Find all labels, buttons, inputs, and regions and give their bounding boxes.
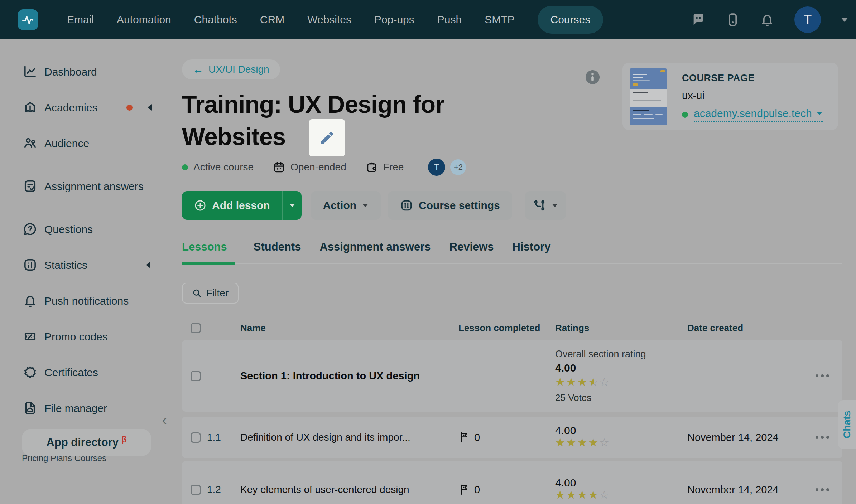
settings-sliders-icon <box>400 199 413 212</box>
status-active-label: Active course <box>193 161 254 173</box>
nav-menu: Email Automation Chatbots CRM Websites P… <box>67 6 603 34</box>
status-price-label: Free <box>383 161 404 173</box>
nav-item-chatbots[interactable]: Chatbots <box>194 14 237 26</box>
tab-students[interactable]: Students <box>254 241 301 263</box>
user-avatar[interactable]: T <box>794 6 821 33</box>
section-votes: 25 Votes <box>555 392 687 403</box>
chat-bubble-icon[interactable] <box>691 13 706 27</box>
chats-side-tab[interactable]: Chats <box>838 400 856 449</box>
status-badge-active: Active course <box>182 161 254 173</box>
tab-lessons[interactable]: Lessons <box>182 241 235 263</box>
alert-dot-badge <box>126 105 133 111</box>
sidebar-item-dashboard[interactable]: Dashboard <box>0 64 175 79</box>
lesson-completed-cell: 0 <box>458 484 555 496</box>
completed-count: 0 <box>474 432 480 444</box>
assignment-check-icon <box>23 179 37 193</box>
tab-history[interactable]: History <box>513 241 551 263</box>
nav-item-crm[interactable]: CRM <box>260 14 284 26</box>
notifications-bell-icon[interactable] <box>760 13 774 27</box>
file-cloud-icon <box>23 401 37 415</box>
flow-actions-dropdown-button[interactable] <box>525 191 566 220</box>
page-title: Training: UX Design for Websites <box>182 88 526 152</box>
course-page-thumbnail[interactable] <box>630 68 667 125</box>
mobile-phone-icon[interactable] <box>726 13 740 27</box>
nav-item-email[interactable]: Email <box>67 14 94 26</box>
lesson-number: 1.2 <box>207 484 240 495</box>
collapse-chevron-icon[interactable] <box>146 262 150 268</box>
sidebar-item-label: Audience <box>44 137 89 150</box>
action-label: Action <box>323 199 356 212</box>
sidebar-item-push-notifications[interactable]: Push notifications <box>0 294 175 308</box>
sidebar-item-label: Statistics <box>44 258 87 272</box>
sidebar-item-questions[interactable]: Questions <box>0 222 175 236</box>
lesson-name[interactable]: Definition of UX design and its impor... <box>240 432 458 443</box>
sidebar-item-label: Promo codes <box>44 330 108 343</box>
promo-ticket-icon <box>23 329 37 344</box>
status-badge-price: Free <box>366 161 404 173</box>
add-lesson-dropdown-toggle[interactable] <box>283 204 302 208</box>
certificate-seal-icon <box>23 365 37 379</box>
back-link-label: UX/UI Design <box>208 64 269 75</box>
lesson-name[interactable]: Key elements of user-centered design <box>240 484 458 495</box>
row-menu-icon[interactable] <box>816 488 834 491</box>
statistics-icon <box>23 258 37 272</box>
pencil-edit-icon <box>319 130 335 146</box>
status-badge-schedule: Open-ended <box>273 161 346 173</box>
info-icon[interactable] <box>584 69 601 86</box>
lesson-rating-cell: 4.00 ☆★☆★☆★☆★☆★ <box>555 425 687 451</box>
tab-assignment-answers[interactable]: Assignment answers <box>319 241 431 263</box>
finish-flag-icon <box>458 484 471 496</box>
sidebar-item-file-manager[interactable]: File manager <box>0 401 175 415</box>
course-domain-link[interactable]: academy.sendpulse.tech <box>694 107 823 122</box>
action-dropdown-button[interactable]: Action <box>311 191 381 220</box>
filter-label: Filter <box>206 287 229 299</box>
row-checkbox[interactable] <box>191 371 201 381</box>
more-collaborators-badge[interactable]: +2 <box>450 159 466 175</box>
search-icon <box>192 288 202 298</box>
nav-item-automation[interactable]: Automation <box>117 14 171 26</box>
lesson-rating-value: 4.00 <box>555 425 687 437</box>
account-chevron-down-icon[interactable] <box>841 18 848 22</box>
back-arrow-icon: ← <box>193 63 203 76</box>
sidebar-item-label: Academies <box>44 101 97 114</box>
collapse-chevron-icon[interactable] <box>148 104 152 111</box>
section-rating-value: 4.00 <box>555 362 687 374</box>
nav-item-popups[interactable]: Pop-ups <box>374 14 414 26</box>
select-all-checkbox[interactable] <box>191 323 201 333</box>
course-domain-text: academy.sendpulse.tech <box>694 107 812 120</box>
sidebar-item-academies[interactable]: Academies <box>0 100 175 115</box>
add-lesson-button[interactable]: Add lesson <box>182 199 282 212</box>
nav-item-push[interactable]: Push <box>437 14 462 26</box>
section-star-rating: ☆★☆★☆★☆★☆★ <box>555 376 687 390</box>
nav-item-websites[interactable]: Websites <box>307 14 351 26</box>
collaborator-avatar[interactable]: T <box>428 159 445 176</box>
row-checkbox[interactable] <box>191 432 201 443</box>
sidebar-item-label: Certificates <box>44 366 98 379</box>
course-settings-label: Course settings <box>419 199 500 212</box>
audience-people-icon <box>23 136 37 150</box>
course-settings-button[interactable]: Course settings <box>388 191 512 220</box>
nav-item-courses[interactable]: Courses <box>538 6 603 34</box>
row-menu-icon[interactable] <box>816 436 834 439</box>
tab-reviews[interactable]: Reviews <box>449 241 494 263</box>
sidebar-item-label: Questions <box>44 223 93 236</box>
calendar-icon <box>273 161 285 173</box>
section-name: Section 1: Introduction to UX design <box>240 370 458 382</box>
edit-title-button[interactable] <box>309 119 345 156</box>
row-checkbox[interactable] <box>191 485 201 495</box>
course-page-card: COURSE PAGE ux-ui academy.sendpulse.tech <box>622 63 838 130</box>
nav-item-smtp[interactable]: SMTP <box>485 14 514 26</box>
app-directory-button[interactable]: App directory β <box>22 429 151 456</box>
back-breadcrumb-link[interactable]: ← UX/UI Design <box>182 59 280 79</box>
course-status-row: Active course Open-ended Free T +2 <box>182 158 856 176</box>
brand-logo[interactable] <box>18 9 38 30</box>
row-menu-icon[interactable] <box>816 374 834 377</box>
sidebar-collapse-chevron[interactable]: ‹ <box>162 411 167 429</box>
sidebar-item-certificates[interactable]: Certificates <box>0 365 175 379</box>
sidebar-item-audience[interactable]: Audience <box>0 136 175 150</box>
add-lesson-label: Add lesson <box>212 199 270 212</box>
sidebar-item-statistics[interactable]: Statistics <box>0 258 175 272</box>
filter-button[interactable]: Filter <box>182 283 239 304</box>
sidebar-item-promo-codes[interactable]: Promo codes <box>0 329 175 344</box>
sidebar-item-assignment-answers[interactable]: Assignment answers <box>0 172 175 200</box>
